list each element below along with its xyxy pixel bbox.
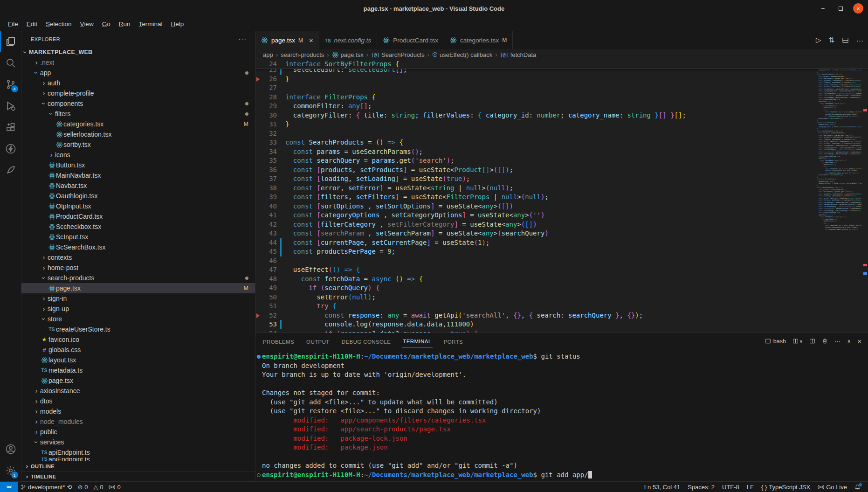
split-editor-icon[interactable]	[842, 37, 849, 44]
timeline-section[interactable]: › TIMELINE	[21, 471, 255, 481]
split-terminal-button[interactable]	[809, 338, 815, 344]
tree-item-apiendpoint-ts[interactable]: TSapiEndpoint.ts	[21, 457, 255, 461]
activity-accounts[interactable]	[0, 438, 21, 460]
code-line-38[interactable]: 38 const [error, setError] = useState<st…	[255, 184, 868, 193]
breadcrumb-item[interactable]: [@]SearchProducts	[371, 51, 425, 58]
tree-item-otpinput-tsx[interactable]: OtpInput.tsx	[21, 201, 255, 211]
code-line-52[interactable]: 52 const response: any = await getApi('s…	[255, 311, 868, 320]
tree-item-dtos[interactable]: ›dtos	[21, 396, 255, 406]
command-decoration-icon[interactable]	[257, 355, 261, 359]
close-button[interactable]: ×	[853, 3, 863, 14]
code-line-35[interactable]: 35 const searchQuery = params.get('searc…	[255, 156, 868, 166]
code-line-43[interactable]: 43 const [searchParam , setSearchParam] …	[255, 229, 868, 238]
panel-tab-output[interactable]: OUTPUT	[305, 335, 331, 348]
tree-item-icons[interactable]: ›icons	[21, 150, 255, 160]
notifications[interactable]	[851, 482, 864, 492]
tree-item-categories-tsx[interactable]: categories.tsxM	[21, 119, 255, 129]
close-panel-button[interactable]: ×	[857, 337, 861, 345]
tree-item--next[interactable]: ›.next	[21, 57, 255, 68]
menu-item-edit[interactable]: Edit	[22, 19, 41, 29]
tree-item-app[interactable]: ›app	[21, 68, 255, 78]
code-line-26[interactable]: 26}	[255, 75, 868, 84]
more-actions-button[interactable]: ···	[834, 338, 840, 345]
maximize-button[interactable]	[835, 3, 846, 14]
menu-item-help[interactable]: Help	[166, 19, 188, 29]
code-line-47[interactable]: 47 useEffect(() => {	[255, 265, 868, 275]
menu-item-file[interactable]: File	[4, 19, 22, 29]
code-line-54[interactable]: 54 if (response?.data?.success === true)…	[255, 329, 868, 333]
code-line-50[interactable]: 50 setError(null);	[255, 293, 868, 302]
panel-tab-debug-console[interactable]: DEBUG CONSOLE	[341, 335, 392, 348]
git-branch-status[interactable]: development*⟲	[18, 482, 75, 492]
code-line-29[interactable]: 29 commonFilter: any[];	[255, 102, 868, 111]
code-line-49[interactable]: 49 if (searchQuery) {	[255, 284, 868, 293]
tree-item-globals-css[interactable]: #globals.css	[21, 345, 255, 355]
encoding[interactable]: UTF-8	[718, 482, 743, 492]
code-line-31[interactable]: 31}	[255, 120, 868, 129]
tree-item-models[interactable]: ›models	[21, 406, 255, 416]
minimize-button[interactable]: −	[818, 3, 828, 14]
tree-item-sccheckbox-tsx[interactable]: Sccheckbox.tsx	[21, 222, 255, 232]
tree-item-mainnavbar-tsx[interactable]: MainNavbar.tsx	[21, 170, 255, 180]
run-icon[interactable]: ▷	[816, 36, 821, 44]
breadcrumb-item[interactable]: page.tsx	[332, 51, 364, 58]
tree-item-services[interactable]: ›services	[21, 437, 255, 447]
activity-search[interactable]	[0, 52, 21, 74]
tree-item-home-post[interactable]: ›home-post	[21, 263, 255, 273]
code-line-45[interactable]: 45 const productsPerPage = 9;	[255, 247, 868, 256]
code-line-28[interactable]: 28interface FilterProps {	[255, 93, 868, 102]
open-changes-icon[interactable]: ⇅	[828, 36, 834, 44]
code-line-25[interactable]: 25 selectedSort: selectedSort[];	[255, 69, 868, 75]
language-mode[interactable]: { }TypeScript JSX	[758, 482, 814, 492]
code-line-33[interactable]: 33const SearchProducts = () => {	[255, 138, 868, 147]
tree-item-public[interactable]: ›public	[21, 427, 255, 437]
panel-tab-ports[interactable]: PORTS	[443, 335, 464, 348]
activity-extensions[interactable]	[0, 117, 21, 138]
new-terminal-button[interactable]: ∨	[792, 338, 803, 344]
indentation[interactable]: Spaces: 2	[684, 482, 718, 492]
close-tab-icon[interactable]: ×	[309, 36, 313, 44]
code-line-42[interactable]: 42 const [filterCategory , setFilterCate…	[255, 220, 868, 229]
activity-explorer[interactable]	[0, 31, 21, 52]
code-line-27[interactable]: 27	[255, 83, 868, 93]
maximize-panel-button[interactable]: ∧	[847, 338, 851, 344]
code-line-48[interactable]: 48 const fetchData = async () => {	[255, 275, 868, 284]
tree-item-components[interactable]: ›components	[21, 98, 255, 109]
problems-status[interactable]: ⊘0 △0	[75, 482, 106, 492]
tree-item-search-products[interactable]: ›search-products	[21, 273, 255, 283]
activity-source-control[interactable]: 4	[0, 74, 21, 95]
panel-tab-problems[interactable]: PROBLEMS	[262, 335, 295, 348]
tree-item-sellerlocation-tsx[interactable]: sellerlocation.tsx	[21, 129, 255, 139]
terminal[interactable]: enspirit@enspirit-H110M-H:~/Documents/ma…	[255, 349, 868, 481]
breadcrumb-item[interactable]: search-products	[281, 51, 324, 58]
ports-status[interactable]: 0	[106, 482, 123, 492]
activity-quill-extension[interactable]	[0, 159, 21, 181]
code-line-53[interactable]: 53 console.log(response.data.data,111000…	[255, 320, 868, 329]
tree-item-filters[interactable]: ›filters	[21, 109, 255, 119]
code-line-46[interactable]: 46	[255, 256, 868, 266]
more-actions-icon[interactable]: ···	[856, 36, 863, 44]
breadcrumb-item[interactable]: [@]fetchData	[500, 51, 537, 58]
code-line-44[interactable]: 44 const [currentPage, setCurrentPage] =…	[255, 238, 868, 248]
tree-item-oauthlogin-tsx[interactable]: Oauthlogin.tsx	[21, 191, 255, 201]
outline-section[interactable]: › OUTLINE	[21, 461, 255, 471]
remote-indicator[interactable]: ><	[0, 482, 18, 492]
terminal-instance[interactable]: bash	[765, 338, 786, 345]
views-more-icon[interactable]: ···	[238, 35, 247, 43]
tree-item-auth[interactable]: ›auth	[21, 78, 255, 88]
tab-categories-tsx[interactable]: categories.tsxM	[444, 31, 513, 49]
tab-next-config-ts[interactable]: TSnext.config.ts	[319, 31, 377, 49]
menu-item-terminal[interactable]: Terminal	[134, 19, 166, 29]
tree-item-sign-in[interactable]: ›sign-in	[21, 293, 255, 304]
code-line-51[interactable]: 51 try {	[255, 302, 868, 311]
cursor-position[interactable]: Ln 53, Col 41	[641, 482, 684, 492]
command-decoration-icon[interactable]	[257, 473, 261, 477]
menu-item-run[interactable]: Run	[115, 19, 135, 29]
tree-item-node-modules[interactable]: ›node_modules	[21, 416, 255, 427]
tree-item-page-tsx[interactable]: page.tsxM	[21, 283, 255, 293]
code-editor[interactable]: 24interface SortByFilterProps {25 select…	[255, 60, 868, 333]
tree-item-sign-up[interactable]: ›sign-up	[21, 304, 255, 314]
tree-item-productcard-tsx[interactable]: ProductCard.tsx	[21, 211, 255, 222]
kill-terminal-button[interactable]	[822, 338, 828, 344]
sticky-scroll-line[interactable]: 24interface SortByFilterProps {	[255, 60, 868, 69]
